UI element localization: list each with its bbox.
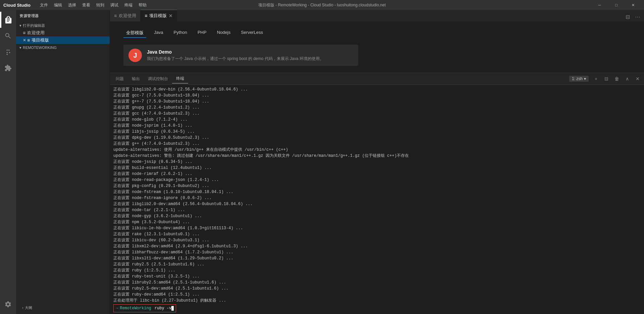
- template-tab-all[interactable]: 全部模版: [123, 28, 146, 38]
- tab-project-label: 项目模版: [149, 13, 167, 19]
- chevron-down-icon2: ▾: [584, 76, 586, 81]
- terminal-cursor: [171, 306, 174, 311]
- titlebar: Cloud Studio 文件 编辑 选择 查看 转到 调试 终端 帮助 项目模…: [0, 0, 644, 10]
- window-title: 项目模版 - RemoteWorking - Cloud Studio - lu…: [258, 2, 386, 8]
- activity-source-control[interactable]: [0, 44, 16, 60]
- sidebar-item-project-template[interactable]: ✕ ≡ 项目模版: [16, 37, 110, 44]
- terminal-line: 正在设置 libjs-jssip (0.6.34-5) ...: [113, 129, 641, 135]
- sidebar: 资源管理器 ▾ 打开的编辑器 ≡ 欢迎使用 ✕ ≡ 项目模版 ▾ REMOTEW…: [16, 10, 110, 314]
- welcome-panel: 全部模版 Java Python PHP Nodejs ServerLess J…: [110, 22, 644, 73]
- remote-label: REMOTEWORKING: [23, 46, 57, 50]
- terminal-line: 正在设置 node-read-package-json (1.2.4-1) ..…: [113, 177, 641, 183]
- terminal-line: 正在设置 ruby-dev:amd64 (1:2.5.1) ...: [113, 292, 641, 298]
- menu-edit[interactable]: 编辑: [51, 1, 65, 9]
- activity-bar: [0, 10, 16, 314]
- terminal-line: 正在设置 dpkg-dev (1.19.0.5ubuntu2.3) ...: [113, 135, 641, 141]
- terminal-line: 正在设置 node-fstream-ignore (0.0.6-2) ...: [113, 195, 641, 201]
- terminal-line: 正在设置 node-rimraf (2.6.2-1) ...: [113, 171, 641, 177]
- sidebar-open-editors-section[interactable]: ▾ 打开的编辑器: [16, 22, 110, 29]
- menu-goto[interactable]: 转到: [94, 1, 107, 9]
- terminal-line: 正在设置 pkg-config (0.29.1-0ubuntu2) ...: [113, 183, 641, 189]
- maximize-terminal-button[interactable]: ∧: [623, 74, 632, 83]
- chevron-right-icon: ▾: [19, 46, 21, 50]
- file-icon: ≡: [23, 30, 25, 36]
- prompt-command: ruby -v: [155, 305, 171, 311]
- terminal-output[interactable]: 正在设置 libglib2.0-dev-bin (2.56.4-0ubuntu0…: [110, 85, 644, 314]
- template-tab-serverless[interactable]: ServerLess: [238, 28, 266, 38]
- app-title: Cloud Studio: [3, 3, 31, 8]
- tab-bar: ≡ 欢迎使用 ≡ 项目模版 ✕ ⊟ ⋯: [110, 10, 644, 22]
- tab-close-icon[interactable]: ✕: [169, 13, 173, 18]
- activity-settings[interactable]: [0, 296, 16, 312]
- sidebar-bottom-section: › 大纲: [16, 301, 110, 314]
- terminal-line: 正在设置 ruby2.5-dev:amd64 (2.5.1-1ubuntu1.6…: [113, 286, 641, 292]
- activity-extensions[interactable]: [0, 60, 16, 76]
- maximize-button[interactable]: □: [609, 0, 624, 10]
- terminal-line: update-alternatives: 警告: 跳过创建 /usr/share…: [113, 153, 641, 159]
- activity-explorer[interactable]: [0, 12, 16, 28]
- more-actions-button[interactable]: ⋯: [633, 12, 642, 21]
- template-tab-java[interactable]: Java: [151, 28, 166, 38]
- menu-terminal[interactable]: 终端: [122, 1, 135, 9]
- terminal-line: 正在设置 libharfbuzz-dev:amd64 (1.7.2-1ubunt…: [113, 249, 641, 255]
- terminal-line: 正在设置 node-fstream (1.0.10-1ubuntu0.18.04…: [113, 189, 641, 195]
- terminal-tab-output[interactable]: 输出: [128, 74, 144, 83]
- menu-help[interactable]: 帮助: [136, 1, 149, 9]
- editor-content: 全部模版 Java Python PHP Nodejs ServerLess J…: [110, 22, 644, 314]
- terminal-line: 正在设置 ruby (1:2.5.1) ...: [113, 267, 641, 273]
- menu-view[interactable]: 查看: [79, 1, 93, 9]
- shell-selector[interactable]: 1: zsh ▾: [569, 76, 589, 82]
- main-layout: 资源管理器 ▾ 打开的编辑器 ≡ 欢迎使用 ✕ ≡ 项目模版 ▾ REMOTEW…: [0, 10, 644, 314]
- template-tabs: 全部模版 Java Python PHP Nodejs ServerLess: [123, 28, 631, 38]
- terminal-line: 正在设置 node-jsprim (1.4.0-1) ...: [113, 123, 641, 129]
- close-small-icon[interactable]: ✕: [23, 38, 26, 43]
- prompt-box: → RemoteWorking ruby -v: [113, 304, 176, 312]
- file-icon2: ≡: [27, 38, 30, 43]
- template-tab-python[interactable]: Python: [171, 28, 190, 38]
- split-terminal-button[interactable]: ⊟: [602, 74, 611, 83]
- close-button[interactable]: ✕: [626, 0, 641, 10]
- menu-file[interactable]: 文件: [37, 1, 51, 9]
- terminal-tab-terminal[interactable]: 终端: [172, 74, 188, 83]
- terminal-tabs-bar: 问题 输出 调试控制台 终端 1: zsh ▾ + ⊟ 🗑 ∧ ✕: [110, 73, 644, 85]
- terminal-line: 正在设置 gcc-7 (7.5.0-3ubuntu1~18.04) ...: [113, 92, 641, 99]
- close-terminal-button[interactable]: ✕: [633, 74, 642, 83]
- editor-area: ≡ 欢迎使用 ≡ 项目模版 ✕ ⊟ ⋯ 全部模版 Java Python: [110, 10, 644, 314]
- sidebar-outline-section[interactable]: › 大纲: [19, 304, 107, 311]
- split-editor-button[interactable]: ⊟: [623, 12, 632, 21]
- sidebar-item-welcome[interactable]: ≡ 欢迎使用: [16, 29, 110, 37]
- terminal-line: 正在设置 gnupg (2.2.4-1ubuntu1.2) ...: [113, 105, 641, 111]
- trash-terminal-button[interactable]: 🗑: [612, 74, 622, 83]
- terminal-line: update-alternatives: 使用 /usr/bin/g++ 来在自…: [113, 147, 641, 153]
- menu-debug[interactable]: 调试: [108, 1, 121, 9]
- terminal-line: 正在设置 node-jssip (0.6.34-5) ...: [113, 159, 641, 165]
- sidebar-remote-section[interactable]: ▾ REMOTEWORKING: [16, 44, 110, 51]
- java-logo: J: [128, 49, 142, 62]
- tab-welcome[interactable]: ≡ 欢迎使用: [110, 10, 141, 21]
- tab-project-template[interactable]: ≡ 项目模版 ✕: [141, 10, 177, 21]
- prompt-dir: RemoteWorking: [120, 305, 151, 311]
- template-tab-nodejs[interactable]: Nodejs: [214, 28, 233, 38]
- terminal-line: 正在设置 npm (3.5.2-0ubuntu4) ...: [113, 219, 641, 225]
- template-card-title: Java Demo: [147, 49, 324, 55]
- terminal-panel: 问题 输出 调试控制台 终端 1: zsh ▾ + ⊟ 🗑 ∧ ✕: [110, 73, 644, 314]
- terminal-line: 正在处理用于 libc-bin (2.27-3ubuntu1) 的触发器 ...: [113, 298, 641, 304]
- terminal-tab-debug[interactable]: 调试控制台: [144, 74, 172, 83]
- terminal-line: 正在设置 libicu-le-hb-dev:amd64 (1.0.3+git16…: [113, 225, 641, 231]
- tabbar-actions: ⊟ ⋯: [621, 12, 644, 21]
- add-terminal-button[interactable]: +: [591, 74, 601, 83]
- prompt-arrow: →: [116, 305, 118, 311]
- terminal-tab-problems[interactable]: 问题: [112, 74, 128, 83]
- terminal-prompt[interactable]: → RemoteWorking ruby -v: [113, 304, 641, 312]
- minimize-button[interactable]: ─: [592, 0, 607, 10]
- terminal-line: 正在设置 build-essential (12.4ubuntu1) ...: [113, 165, 641, 171]
- java-demo-card[interactable]: J Java Demo 我们为您准备了一个 Java 小示例，通过一个 spri…: [123, 45, 358, 66]
- terminal-line: 正在设置 rake (12.3.1-1ubuntu0.1) ...: [113, 231, 641, 237]
- menu-select[interactable]: 选择: [65, 1, 79, 9]
- template-tab-php[interactable]: PHP: [195, 28, 209, 38]
- terminal-line: 正在设置 g++-7 (7.5.0-3ubuntu1~18.04) ...: [113, 99, 641, 105]
- terminal-line: 正在设置 node-tar (2.2.1-1) ...: [113, 207, 641, 213]
- tab-project-icon: ≡: [145, 13, 147, 18]
- template-card-desc: 我们为您准备了一个 Java 小示例，通过一个 spring boot 的 de…: [147, 56, 324, 62]
- activity-search[interactable]: [0, 28, 16, 44]
